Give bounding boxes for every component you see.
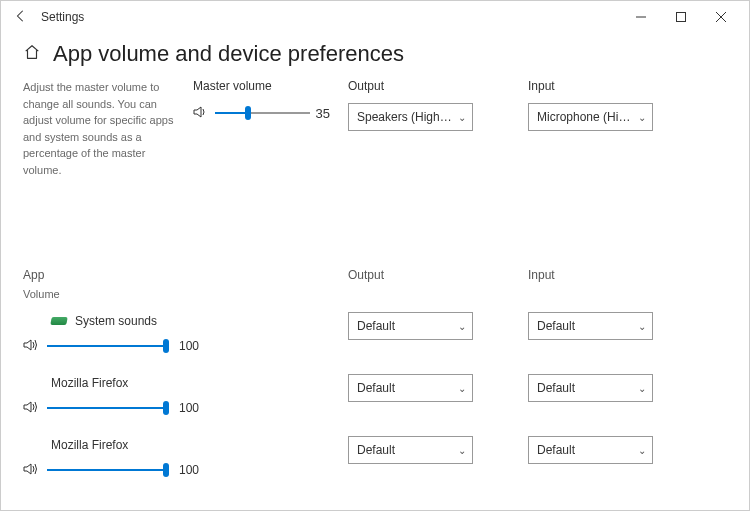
input-label: Input xyxy=(528,79,688,93)
app-column-header: App xyxy=(23,268,348,282)
speaker-icon xyxy=(23,338,39,355)
app-input-dropdown[interactable]: Default⌄ xyxy=(528,312,653,340)
speaker-icon xyxy=(23,400,39,417)
volume-column-header: Volume xyxy=(23,288,348,300)
output-label: Output xyxy=(348,79,528,93)
app-name: Mozilla Firefox xyxy=(23,438,348,452)
chevron-down-icon: ⌄ xyxy=(638,112,646,123)
page-header: App volume and device preferences xyxy=(1,33,749,79)
chevron-down-icon: ⌄ xyxy=(458,112,466,123)
app-input-value: Default xyxy=(537,381,634,395)
app-output-dropdown[interactable]: Default⌄ xyxy=(348,374,473,402)
app-output-header: Output xyxy=(348,268,528,302)
app-volume-slider[interactable] xyxy=(47,398,167,418)
chevron-down-icon: ⌄ xyxy=(638,383,646,394)
app-name-label: System sounds xyxy=(75,314,157,328)
master-description: Adjust the master volume to change all s… xyxy=(23,79,193,178)
app-volume-slider[interactable] xyxy=(47,336,167,356)
speaker-icon xyxy=(193,105,209,122)
master-volume-slider[interactable] xyxy=(215,103,310,123)
chevron-down-icon: ⌄ xyxy=(638,445,646,456)
close-button[interactable] xyxy=(701,1,741,33)
app-volume-value: 100 xyxy=(179,401,199,415)
app-output-value: Default xyxy=(357,319,454,333)
page-title: App volume and device preferences xyxy=(53,41,404,67)
app-input-value: Default xyxy=(537,443,634,457)
chevron-down-icon: ⌄ xyxy=(458,445,466,456)
titlebar: Settings xyxy=(1,1,749,33)
chevron-down-icon: ⌄ xyxy=(458,383,466,394)
window-title: Settings xyxy=(41,10,84,24)
app-row: Mozilla Firefox100Default⌄Default⌄ xyxy=(23,370,727,432)
svg-rect-1 xyxy=(677,13,686,22)
input-device-value: Microphone (High… xyxy=(537,110,634,124)
app-volume-slider[interactable] xyxy=(47,460,167,480)
chevron-down-icon: ⌄ xyxy=(458,321,466,332)
system-sounds-icon xyxy=(50,317,67,325)
app-output-value: Default xyxy=(357,381,454,395)
master-volume-value: 35 xyxy=(316,106,348,121)
back-button[interactable] xyxy=(9,9,33,26)
speaker-icon xyxy=(23,462,39,479)
app-input-dropdown[interactable]: Default⌄ xyxy=(528,436,653,464)
app-volume-value: 100 xyxy=(179,339,199,353)
output-device-dropdown[interactable]: Speakers (High Defi… ⌄ xyxy=(348,103,473,131)
output-device-value: Speakers (High Defi… xyxy=(357,110,454,124)
app-output-value: Default xyxy=(357,443,454,457)
chevron-down-icon: ⌄ xyxy=(638,321,646,332)
app-name-label: Mozilla Firefox xyxy=(51,438,128,452)
app-input-dropdown[interactable]: Default⌄ xyxy=(528,374,653,402)
app-volume-value: 100 xyxy=(179,463,199,477)
app-output-dropdown[interactable]: Default⌄ xyxy=(348,312,473,340)
app-name: System sounds xyxy=(23,314,348,328)
maximize-button[interactable] xyxy=(661,1,701,33)
app-name-label: Mozilla Firefox xyxy=(51,376,128,390)
app-row: Mozilla Firefox100Default⌄Default⌄ xyxy=(23,432,727,494)
master-volume-label: Master volume xyxy=(193,79,348,93)
home-icon[interactable] xyxy=(23,43,41,65)
app-row: System sounds100Default⌄Default⌄ xyxy=(23,308,727,370)
app-input-header: Input xyxy=(528,268,688,302)
input-device-dropdown[interactable]: Microphone (High… ⌄ xyxy=(528,103,653,131)
minimize-button[interactable] xyxy=(621,1,661,33)
app-output-dropdown[interactable]: Default⌄ xyxy=(348,436,473,464)
app-name: Mozilla Firefox xyxy=(23,376,348,390)
app-input-value: Default xyxy=(537,319,634,333)
